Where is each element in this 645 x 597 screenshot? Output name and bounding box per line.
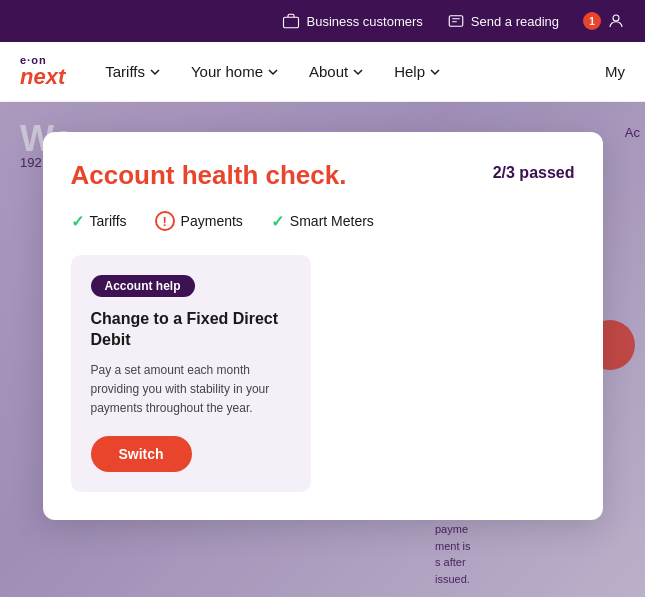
business-customers-label: Business customers <box>306 14 422 29</box>
nav-item-tariffs[interactable]: Tariffs <box>105 63 161 80</box>
check-pass-icon: ✓ <box>271 212 284 231</box>
notification-badge: 1 <box>583 12 601 30</box>
check-items: ✓ Tariffs ! Payments ✓ Smart Meters <box>71 211 575 231</box>
check-tariffs-label: Tariffs <box>90 213 127 229</box>
nav-tariffs-label: Tariffs <box>105 63 145 80</box>
card-tag: Account help <box>91 275 195 297</box>
logo-next: next <box>20 66 65 88</box>
nav-item-your-home[interactable]: Your home <box>191 63 279 80</box>
check-item-smart-meters: ✓ Smart Meters <box>271 212 374 231</box>
nav-about-label: About <box>309 63 348 80</box>
utility-bar: Business customers Send a reading 1 <box>0 0 645 42</box>
nav-item-help[interactable]: Help <box>394 63 441 80</box>
chevron-down-icon <box>149 66 161 78</box>
check-pass-icon: ✓ <box>71 212 84 231</box>
modal-header: Account health check. 2/3 passed <box>71 160 575 191</box>
check-warning-icon: ! <box>155 211 175 231</box>
notifications[interactable]: 1 <box>583 12 625 30</box>
switch-button[interactable]: Switch <box>91 436 192 472</box>
account-help-card: Account help Change to a Fixed Direct De… <box>71 255 311 492</box>
svg-rect-0 <box>284 17 299 28</box>
chevron-down-icon <box>267 66 279 78</box>
send-reading-link[interactable]: Send a reading <box>447 12 559 30</box>
nav-my[interactable]: My <box>605 63 625 80</box>
svg-rect-1 <box>449 16 463 27</box>
modal-overlay: Account health check. 2/3 passed ✓ Tarif… <box>0 102 645 597</box>
account-health-modal: Account health check. 2/3 passed ✓ Tarif… <box>43 132 603 520</box>
chevron-down-icon <box>429 66 441 78</box>
briefcase-icon <box>282 12 300 30</box>
nav-item-about[interactable]: About <box>309 63 364 80</box>
passed-badge: 2/3 passed <box>493 164 575 182</box>
send-reading-label: Send a reading <box>471 14 559 29</box>
card-description: Pay a set amount each month providing yo… <box>91 361 291 419</box>
check-item-payments: ! Payments <box>155 211 243 231</box>
chevron-down-icon <box>352 66 364 78</box>
nav-your-home-label: Your home <box>191 63 263 80</box>
nav-help-label: Help <box>394 63 425 80</box>
svg-point-2 <box>613 15 619 21</box>
check-item-tariffs: ✓ Tariffs <box>71 212 127 231</box>
card-title: Change to a Fixed Direct Debit <box>91 309 291 351</box>
check-payments-label: Payments <box>181 213 243 229</box>
nav-bar: e·on next Tariffs Your home About Help M… <box>0 42 645 102</box>
check-smart-meters-label: Smart Meters <box>290 213 374 229</box>
logo[interactable]: e·on next <box>20 55 65 88</box>
modal-title: Account health check. <box>71 160 347 191</box>
person-icon <box>607 12 625 30</box>
business-customers-link[interactable]: Business customers <box>282 12 422 30</box>
meter-icon <box>447 12 465 30</box>
